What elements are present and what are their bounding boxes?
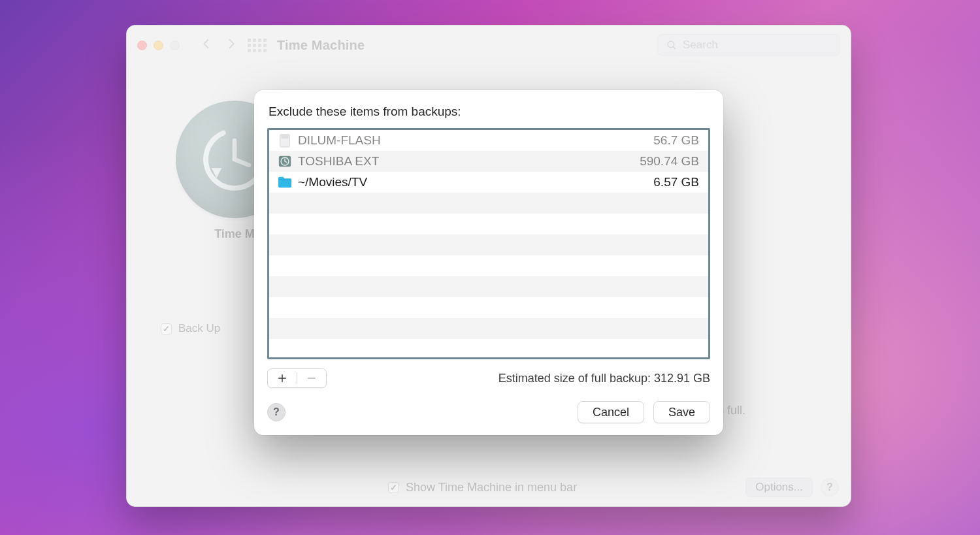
- list-item: [269, 339, 708, 359]
- forward-icon[interactable]: [225, 38, 237, 52]
- item-size: 590.74 GB: [640, 154, 702, 169]
- minimize-window-icon[interactable]: [154, 41, 163, 50]
- close-window-icon[interactable]: [137, 41, 147, 50]
- list-item[interactable]: DILUM-FLASH56.7 GB: [269, 130, 708, 151]
- list-item: [269, 318, 708, 339]
- show-all-icon[interactable]: [248, 39, 267, 52]
- list-item: [269, 255, 708, 276]
- search-placeholder: Search: [683, 39, 718, 52]
- add-remove-group: [267, 368, 327, 388]
- nav-arrows: [201, 38, 237, 52]
- plus-icon: [277, 373, 287, 383]
- ext-volume-icon: [276, 154, 294, 169]
- item-size: 56.7 GB: [653, 133, 702, 148]
- save-button[interactable]: Save: [653, 401, 710, 423]
- dialog-title: Exclude these items from backups:: [269, 105, 710, 119]
- show-in-menu-bar-checkbox[interactable]: [388, 482, 399, 493]
- auto-backup-checkbox[interactable]: [161, 323, 172, 334]
- item-name: DILUM-FLASH: [294, 133, 653, 148]
- list-item: [269, 214, 708, 235]
- list-item: [269, 235, 708, 255]
- remove-button[interactable]: [297, 369, 326, 387]
- options-button[interactable]: Options...: [745, 478, 813, 497]
- folder-volume-icon: [276, 176, 294, 189]
- window-controls: [137, 41, 180, 50]
- exclude-list[interactable]: DILUM-FLASH56.7 GBTOSHIBA EXT590.74 GB~/…: [267, 128, 710, 359]
- add-button[interactable]: [268, 369, 297, 387]
- estimate-label: Estimated size of full backup: 312.91 GB: [498, 372, 710, 385]
- cancel-button[interactable]: Cancel: [578, 401, 644, 423]
- menu-bar-row: Show Time Machine in menu bar: [388, 481, 577, 494]
- list-item: [269, 193, 708, 214]
- exclude-dialog: Exclude these items from backups: DILUM-…: [254, 90, 723, 435]
- svg-line-5: [235, 159, 249, 165]
- auto-backup-label: Back Up: [178, 322, 220, 335]
- show-in-menu-bar-label: Show Time Machine in menu bar: [406, 481, 577, 494]
- item-name: TOSHIBA EXT: [294, 154, 640, 169]
- item-name: ~/Movies/TV: [294, 175, 653, 189]
- svg-rect-6: [282, 135, 289, 139]
- back-icon[interactable]: [201, 38, 212, 52]
- window-title: Time Machine: [277, 38, 365, 53]
- toolbar: Time Machine Search: [127, 25, 851, 65]
- search-field[interactable]: Search: [657, 34, 840, 56]
- dialog-help-button[interactable]: ?: [267, 403, 286, 421]
- help-button[interactable]: ?: [821, 478, 839, 496]
- zoom-window-icon[interactable]: [170, 41, 180, 50]
- list-item[interactable]: TOSHIBA EXT590.74 GB: [269, 151, 708, 172]
- svg-line-1: [673, 46, 676, 49]
- search-icon: [666, 39, 678, 51]
- flash-volume-icon: [276, 133, 294, 148]
- list-item[interactable]: ~/Movies/TV6.57 GB: [269, 172, 708, 193]
- minus-icon: [306, 373, 317, 383]
- svg-point-0: [668, 41, 674, 48]
- list-item: [269, 297, 708, 318]
- list-item: [269, 276, 708, 297]
- item-size: 6.57 GB: [653, 175, 702, 189]
- auto-backup-row: Back Up: [161, 322, 220, 335]
